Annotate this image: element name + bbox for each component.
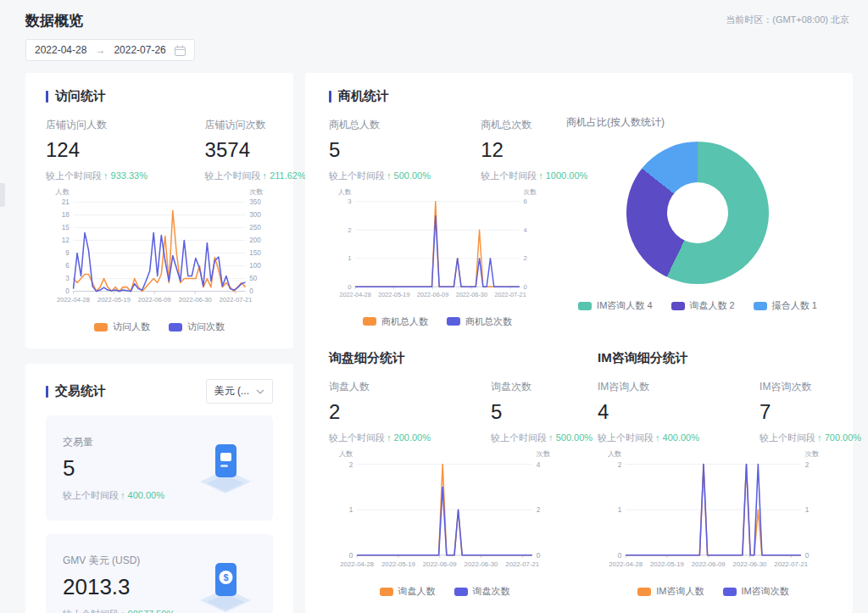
svg-text:2: 2 bbox=[348, 226, 351, 234]
stat-compare: 较上个时间段↑ 500.00% bbox=[491, 432, 560, 444]
legend-item[interactable]: 询盘次数 bbox=[454, 585, 510, 598]
stat-delta: ↑ 700.00% bbox=[817, 432, 861, 443]
stat-delta: ↑ 500.00% bbox=[387, 170, 431, 181]
inquiry-card-title: 询盘细分统计 bbox=[329, 350, 560, 366]
opportunity-section: 商机统计 商机总人数 5 较上个时间段↑ 500.00% 商机总次数 12 较上… bbox=[329, 88, 546, 328]
svg-text:150: 150 bbox=[249, 249, 261, 257]
legend-label: 撮合人数 1 bbox=[772, 299, 817, 312]
stat-block: 询盘人数 2 较上个时间段↑ 200.00% bbox=[329, 380, 491, 444]
svg-text:人数: 人数 bbox=[55, 188, 70, 196]
opportunity-share-section: 商机占比(按人数统计) IM咨询人数 4询盘人数 2撮合人数 1 bbox=[566, 88, 829, 328]
donut-chart-title: 商机占比(按人数统计) bbox=[566, 115, 829, 130]
svg-text:2022-05-19: 2022-05-19 bbox=[97, 296, 131, 304]
svg-text:2022-06-30: 2022-06-30 bbox=[456, 291, 487, 298]
donut-chart bbox=[566, 142, 829, 284]
stat-block: 商机总次数 12 较上个时间段↑ 1000.00% bbox=[481, 118, 546, 182]
svg-text:0: 0 bbox=[65, 287, 70, 295]
stat-delta: ↑ 200.00% bbox=[387, 432, 431, 443]
svg-text:21: 21 bbox=[62, 198, 70, 206]
svg-text:4: 4 bbox=[537, 460, 541, 468]
svg-text:2022-06-09: 2022-06-09 bbox=[138, 296, 171, 304]
svg-text:15: 15 bbox=[62, 224, 70, 231]
legend-swatch bbox=[169, 323, 182, 332]
stat-delta: ↑ 400.00% bbox=[120, 490, 164, 500]
card-title-text: 询盘细分统计 bbox=[329, 350, 405, 366]
stat-block: 店铺访问人数 124 较上个时间段↑ 933.33% bbox=[46, 118, 205, 182]
inquiry-trend-chart: 001224人数次数2022-04-282022-05-192022-06-09… bbox=[329, 451, 560, 598]
visit-stats-row: 店铺访问人数 124 较上个时间段↑ 933.33% 店铺访问次数 3574 较… bbox=[46, 118, 273, 182]
currency-select[interactable]: 美元 (... bbox=[206, 379, 273, 404]
svg-text:1: 1 bbox=[618, 506, 622, 514]
chart-legend: IM咨询人数IM咨询次数 bbox=[598, 585, 829, 598]
stat-label: 商机总次数 bbox=[481, 118, 546, 132]
legend-item[interactable]: 商机总次数 bbox=[447, 315, 512, 328]
stat-label: 询盘次数 bbox=[491, 380, 560, 394]
stat-block: 询盘次数 5 较上个时间段↑ 500.00% bbox=[491, 380, 560, 444]
svg-text:次数: 次数 bbox=[523, 187, 537, 195]
opportunity-stats-row: 商机总人数 5 较上个时间段↑ 500.00% 商机总次数 12 较上个时间段↑… bbox=[329, 118, 546, 182]
legend-item[interactable]: 询盘人数 2 bbox=[671, 299, 735, 312]
legend-item[interactable]: 询盘人数 bbox=[380, 585, 436, 598]
stat-value: 12 bbox=[481, 138, 546, 162]
stat-compare: 较上个时间段↑ 933.33% bbox=[46, 170, 205, 182]
timezone-label: 当前时区：(GMT+08:00) 北京 bbox=[726, 11, 849, 26]
visit-stats-card: 访问统计 店铺访问人数 124 较上个时间段↑ 933.33% 店铺访问次数 3… bbox=[25, 73, 293, 348]
stat-delta: ↑ 933.33% bbox=[103, 170, 147, 181]
legend-label: 询盘次数 bbox=[473, 585, 510, 598]
currency-select-value: 美元 (... bbox=[214, 384, 249, 398]
svg-text:2: 2 bbox=[805, 460, 810, 468]
svg-text:2022-05-19: 2022-05-19 bbox=[650, 560, 684, 567]
stat-value: 5 bbox=[491, 400, 560, 424]
stat-block: IM咨询次数 7 较上个时间段↑ 700.00% bbox=[760, 380, 829, 444]
legend-label: IM咨询次数 bbox=[742, 585, 789, 598]
legend-item[interactable]: 商机总人数 bbox=[363, 315, 428, 328]
svg-text:2: 2 bbox=[618, 460, 622, 468]
opportunity-card-title: 商机统计 bbox=[329, 88, 546, 104]
legend-item[interactable]: IM咨询人数 4 bbox=[578, 299, 652, 312]
legend-label: 访问人数 bbox=[113, 320, 150, 333]
svg-text:2022-07-21: 2022-07-21 bbox=[494, 291, 526, 298]
svg-text:2022-04-28: 2022-04-28 bbox=[340, 560, 374, 567]
stat-value: 124 bbox=[46, 138, 205, 162]
svg-text:250: 250 bbox=[249, 224, 261, 231]
date-end-input[interactable]: 2022-07-26 bbox=[114, 44, 165, 56]
legend-item[interactable]: IM咨询人数 bbox=[637, 585, 704, 598]
im-card-title: IM咨询细分统计 bbox=[598, 350, 829, 366]
svg-text:2022-05-19: 2022-05-19 bbox=[381, 560, 415, 567]
stat-value: 5 bbox=[329, 138, 481, 162]
legend-item[interactable]: 访问人数 bbox=[94, 320, 150, 333]
svg-text:4: 4 bbox=[523, 226, 527, 234]
svg-text:0: 0 bbox=[537, 552, 541, 560]
stat-label: IM咨询次数 bbox=[760, 380, 829, 394]
legend-item[interactable]: IM咨询次数 bbox=[723, 585, 789, 598]
card-title-text: 访问统计 bbox=[55, 88, 106, 104]
date-start-input[interactable]: 2022-04-28 bbox=[35, 44, 86, 56]
svg-text:人数: 人数 bbox=[339, 450, 353, 458]
legend-label: 询盘人数 bbox=[398, 585, 436, 598]
svg-text:3: 3 bbox=[65, 275, 70, 282]
stat-compare: 较上个时间段↑ 700.00% bbox=[760, 432, 829, 444]
svg-text:2: 2 bbox=[523, 254, 526, 262]
stat-label: 店铺访问次数 bbox=[205, 118, 273, 132]
stat-compare: 较上个时间段↑ 211.62% bbox=[205, 170, 273, 182]
date-range-picker[interactable]: 2022-04-28 → 2022-07-26 bbox=[25, 39, 195, 61]
svg-text:2022-07-21: 2022-07-21 bbox=[774, 560, 808, 567]
svg-text:0: 0 bbox=[348, 283, 352, 291]
visit-card-title: 访问统计 bbox=[46, 88, 273, 104]
stat-value: 5 bbox=[63, 455, 164, 482]
date-range-arrow: → bbox=[95, 44, 105, 56]
legend-swatch bbox=[363, 317, 376, 326]
svg-text:100: 100 bbox=[249, 262, 261, 270]
legend-swatch bbox=[637, 588, 651, 596]
legend-item[interactable]: 访问次数 bbox=[169, 320, 225, 333]
gmv-tile: GMV 美元 (USD) 2013.3 较上个时间段↑ 98677.50% $ bbox=[46, 534, 273, 613]
legend-swatch bbox=[380, 588, 393, 596]
svg-text:2022-05-19: 2022-05-19 bbox=[378, 291, 409, 298]
legend-label: IM咨询人数 bbox=[656, 585, 704, 598]
page-header: 数据概览 当前时区：(GMT+08:00) 北京 bbox=[0, 0, 868, 37]
donut-ring[interactable] bbox=[626, 142, 769, 284]
legend-item[interactable]: 撮合人数 1 bbox=[754, 299, 817, 312]
legend-swatch bbox=[94, 323, 108, 332]
title-accent-bar bbox=[329, 91, 331, 103]
opportunity-share-donut-chart: IM咨询人数 4询盘人数 2撮合人数 1 bbox=[566, 142, 829, 312]
